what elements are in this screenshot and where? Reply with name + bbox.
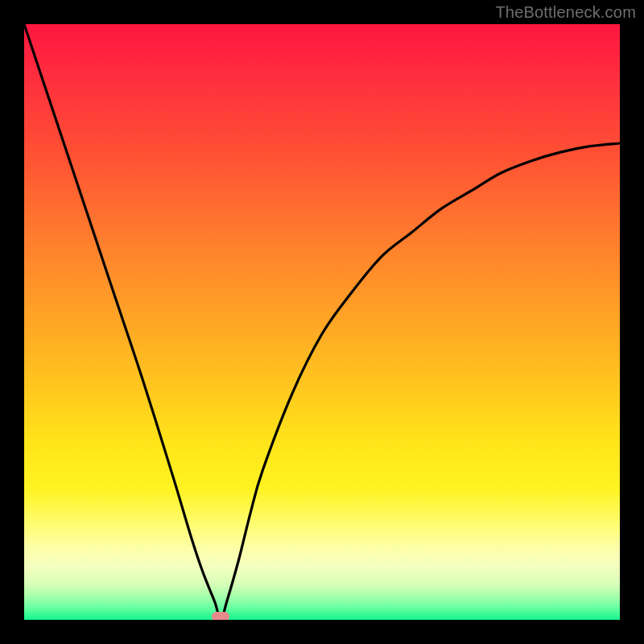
bottleneck-curve: [24, 24, 620, 620]
watermark-text: TheBottleneck.com: [495, 3, 636, 22]
plot-area: [24, 24, 620, 620]
optimum-marker: [212, 612, 229, 620]
chart-frame: TheBottleneck.com: [0, 0, 644, 644]
